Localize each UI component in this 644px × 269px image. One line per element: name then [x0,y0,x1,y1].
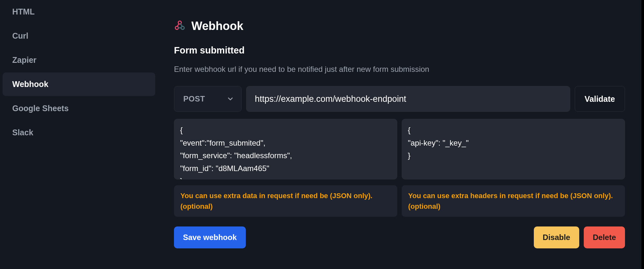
chevron-down-icon [226,95,234,103]
validate-button[interactable]: Validate [575,86,625,112]
http-method-label: POST [183,94,205,103]
sidebar-item-html[interactable]: HTML [3,0,155,24]
action-row: Save webhook Disable Delete [174,226,625,248]
section-title: Form submitted [174,45,625,56]
extra-data-hint: You can use extra data in request if nee… [174,185,397,217]
extra-headers-hint: You can use extra headers in request if … [402,185,625,217]
disable-button[interactable]: Disable [534,226,579,248]
sidebar-item-webhook[interactable]: Webhook [3,72,155,96]
hint-row: You can use extra data in request if nee… [174,185,625,217]
sidebar-item-curl[interactable]: Curl [3,24,155,48]
json-row [174,119,625,179]
delete-button[interactable]: Delete [584,226,625,248]
sidebar-item-label: Google Sheets [12,104,69,113]
extra-data-json-input[interactable] [174,119,397,179]
sidebar-item-label: Zapier [12,55,36,64]
sidebar-item-zapier[interactable]: Zapier [3,48,155,72]
right-actions: Disable Delete [534,226,625,248]
sidebar-item-label: HTML [12,7,34,16]
window-edge [641,0,644,269]
sidebar-item-label: Webhook [12,80,48,89]
page-title: Webhook [191,19,243,33]
extra-headers-json-input[interactable] [402,119,625,179]
page-header: Webhook [174,19,625,33]
sidebar-item-label: Slack [12,128,33,137]
sidebar-item-label: Curl [12,31,28,40]
sidebar-item-google-sheets[interactable]: Google Sheets [3,97,155,120]
url-row: POST Validate [174,86,625,112]
webhook-icon [174,20,186,33]
webhook-url-input[interactable] [246,86,570,112]
main-content: Webhook Form submitted Enter webhook url… [158,0,638,269]
save-webhook-button[interactable]: Save webhook [174,226,246,248]
sidebar-item-slack[interactable]: Slack [3,121,155,144]
http-method-select[interactable]: POST [174,86,242,112]
sidebar: HTML Curl Zapier Webhook Google Sheets S… [0,0,158,269]
section-subtitle: Enter webhook url if you need to be noti… [174,65,625,74]
